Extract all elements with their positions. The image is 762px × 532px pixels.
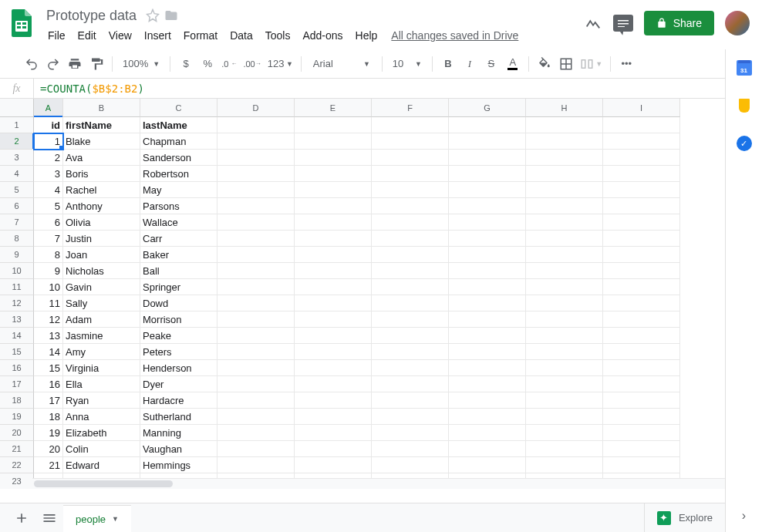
- cell-G7[interactable]: [449, 214, 526, 231]
- cell-H4[interactable]: [526, 166, 603, 182]
- row-header-6[interactable]: 6: [0, 198, 34, 214]
- cell-F15[interactable]: [372, 344, 449, 360]
- cell-G8[interactable]: [449, 231, 526, 247]
- select-all-corner[interactable]: [0, 99, 34, 117]
- cell-H18[interactable]: [526, 392, 603, 409]
- menu-view[interactable]: View: [103, 26, 138, 45]
- cell-B2[interactable]: Blake: [63, 133, 140, 150]
- cell-A8[interactable]: 7: [34, 231, 63, 247]
- cell-C1[interactable]: lastName: [140, 117, 217, 133]
- cell-F2[interactable]: [372, 133, 449, 150]
- cell-C5[interactable]: May: [140, 182, 217, 198]
- all-sheets-button[interactable]: [35, 504, 63, 532]
- cell-E5[interactable]: [295, 182, 372, 198]
- cell-F10[interactable]: [372, 263, 449, 279]
- cell-G21[interactable]: [449, 441, 526, 457]
- cell-D19[interactable]: [217, 409, 295, 425]
- cell-D7[interactable]: [217, 214, 295, 231]
- cell-D21[interactable]: [217, 441, 295, 457]
- cell-H1[interactable]: [526, 117, 603, 133]
- cell-F19[interactable]: [372, 409, 449, 425]
- cell-A9[interactable]: 8: [34, 247, 63, 263]
- cell-G6[interactable]: [449, 198, 526, 214]
- cell-I17[interactable]: [603, 376, 680, 392]
- cell-E9[interactable]: [295, 247, 372, 263]
- cell-C15[interactable]: Peters: [140, 344, 217, 360]
- row-header-2[interactable]: 2: [0, 133, 34, 150]
- format-currency-button[interactable]: $: [176, 54, 196, 74]
- spreadsheet-grid[interactable]: ABCDEFGHI1idfirstNamelastName21BlakeChap…: [0, 99, 762, 489]
- cell-A2[interactable]: 1: [34, 133, 63, 150]
- cell-B8[interactable]: Justin: [63, 231, 140, 247]
- cell-I14[interactable]: [603, 328, 680, 344]
- cell-E2[interactable]: [295, 133, 372, 150]
- side-panel-toggle[interactable]: ›: [742, 509, 746, 523]
- cell-D17[interactable]: [217, 376, 295, 392]
- row-header-4[interactable]: 4: [0, 166, 34, 182]
- cell-G10[interactable]: [449, 263, 526, 279]
- more-toolbar-button[interactable]: •••: [616, 54, 636, 74]
- text-color-button[interactable]: A: [503, 54, 523, 74]
- row-header-11[interactable]: 11: [0, 279, 34, 295]
- cell-I18[interactable]: [603, 392, 680, 409]
- cell-H15[interactable]: [526, 344, 603, 360]
- cell-C7[interactable]: Wallace: [140, 214, 217, 231]
- cell-D15[interactable]: [217, 344, 295, 360]
- cell-F13[interactable]: [372, 311, 449, 328]
- cell-C20[interactable]: Manning: [140, 425, 217, 441]
- strike-button[interactable]: S: [481, 54, 501, 74]
- cell-F17[interactable]: [372, 376, 449, 392]
- redo-button[interactable]: [43, 54, 63, 74]
- cell-H14[interactable]: [526, 328, 603, 344]
- star-icon[interactable]: [146, 8, 160, 22]
- cell-G19[interactable]: [449, 409, 526, 425]
- format-percent-button[interactable]: %: [197, 54, 217, 74]
- cell-H5[interactable]: [526, 182, 603, 198]
- font-size-dropdown[interactable]: 10▼: [388, 54, 427, 74]
- menu-file[interactable]: File: [42, 26, 72, 45]
- col-header-C[interactable]: C: [140, 99, 217, 117]
- cell-B12[interactable]: Sally: [63, 295, 140, 311]
- cell-E3[interactable]: [295, 150, 372, 166]
- font-dropdown[interactable]: Arial▼: [307, 54, 376, 74]
- cell-E10[interactable]: [295, 263, 372, 279]
- cell-A14[interactable]: 13: [34, 328, 63, 344]
- cell-E7[interactable]: [295, 214, 372, 231]
- row-header-12[interactable]: 12: [0, 295, 34, 311]
- increase-decimal-button[interactable]: .00→: [241, 54, 263, 74]
- cell-D13[interactable]: [217, 311, 295, 328]
- cell-G12[interactable]: [449, 295, 526, 311]
- cell-E17[interactable]: [295, 376, 372, 392]
- menu-format[interactable]: Format: [177, 26, 224, 45]
- fill-color-button[interactable]: [534, 54, 555, 74]
- menu-data[interactable]: Data: [224, 26, 259, 45]
- row-header-16[interactable]: 16: [0, 360, 34, 376]
- cell-D9[interactable]: [217, 247, 295, 263]
- cell-G9[interactable]: [449, 247, 526, 263]
- cell-H17[interactable]: [526, 376, 603, 392]
- cell-I10[interactable]: [603, 263, 680, 279]
- cell-A20[interactable]: 19: [34, 425, 63, 441]
- cell-I20[interactable]: [603, 425, 680, 441]
- cell-H7[interactable]: [526, 214, 603, 231]
- cell-A13[interactable]: 12: [34, 311, 63, 328]
- italic-button[interactable]: I: [460, 54, 480, 74]
- cell-B4[interactable]: Boris: [63, 166, 140, 182]
- cell-D14[interactable]: [217, 328, 295, 344]
- comments-icon[interactable]: [613, 15, 633, 32]
- cell-G11[interactable]: [449, 279, 526, 295]
- cell-I11[interactable]: [603, 279, 680, 295]
- cell-H3[interactable]: [526, 150, 603, 166]
- cell-D8[interactable]: [217, 231, 295, 247]
- cell-H8[interactable]: [526, 231, 603, 247]
- share-button[interactable]: Share: [644, 11, 714, 35]
- cell-H11[interactable]: [526, 279, 603, 295]
- cell-A1[interactable]: id: [34, 117, 63, 133]
- row-header-8[interactable]: 8: [0, 231, 34, 247]
- cell-B7[interactable]: Olivia: [63, 214, 140, 231]
- cell-I13[interactable]: [603, 311, 680, 328]
- row-header-21[interactable]: 21: [0, 441, 34, 457]
- cell-E20[interactable]: [295, 425, 372, 441]
- cell-G16[interactable]: [449, 360, 526, 376]
- col-header-H[interactable]: H: [526, 99, 603, 117]
